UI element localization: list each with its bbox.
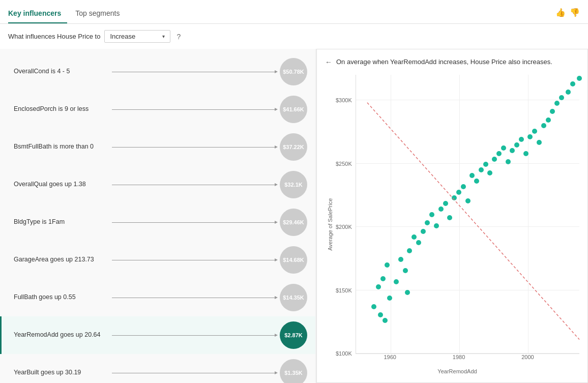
influencer-label: OverallQual goes up 1.38 bbox=[14, 180, 108, 189]
influencer-line bbox=[112, 147, 276, 148]
influencer-row-overallqual[interactable]: OverallQual goes up 1.38$32.1K bbox=[0, 166, 315, 203]
influencers-list: OverallCond is 4 - 5$50.78KEnclosedPorch… bbox=[0, 49, 315, 383]
influencer-row-bldgtype[interactable]: BldgType is 1Fam$29.46K bbox=[0, 203, 315, 241]
chart-header: ← On average when YearRemodAdd increases… bbox=[325, 57, 579, 67]
influencer-line bbox=[112, 335, 276, 336]
detail-chart: ← On average when YearRemodAdd increases… bbox=[316, 49, 588, 383]
influencer-bubble: $1.35K bbox=[280, 359, 307, 383]
influencer-line bbox=[112, 373, 276, 373]
tab-top-segments[interactable]: Top segments bbox=[75, 5, 126, 23]
influencer-row-bsmtfullbath[interactable]: BsmtFullBath is more than 0$37.22K bbox=[0, 128, 315, 166]
tab-key-influencers[interactable]: Key influencers bbox=[8, 5, 67, 23]
influencer-line bbox=[112, 298, 276, 298]
toolbar: What influences House Price to Increase … bbox=[0, 24, 588, 49]
y-axis-tick: $300K bbox=[336, 97, 352, 103]
tab-icons: 👍 👎 bbox=[555, 8, 580, 21]
y-axis-tick: $250K bbox=[336, 161, 352, 167]
influencer-line bbox=[112, 109, 276, 110]
thumbs-down-icon[interactable]: 👎 bbox=[570, 8, 580, 17]
influencer-bubble: $50.78K bbox=[280, 58, 307, 85]
influencer-label: YearRemodAdd goes up 20.64 bbox=[14, 331, 108, 340]
influencer-label: GarageArea goes up 213.73 bbox=[14, 255, 108, 264]
influencer-bubble: $41.66K bbox=[280, 96, 307, 123]
influencer-row-yearbuilt[interactable]: YearBuilt goes up 30.19$1.35K bbox=[0, 354, 315, 383]
influencer-row-fullbath[interactable]: FullBath goes up 0.55$14.35K bbox=[0, 279, 315, 316]
help-icon[interactable]: ? bbox=[177, 33, 181, 41]
influencer-bubble: $14.35K bbox=[280, 284, 307, 311]
influencer-bubble: $29.46K bbox=[280, 209, 307, 236]
x-axis-label: YearRemodAdd bbox=[335, 368, 579, 374]
influencer-line bbox=[112, 72, 276, 72]
chart-area: Average of SalePrice $300K$250K$200K$150… bbox=[325, 75, 579, 374]
influencer-bubble: $14.68K bbox=[280, 246, 307, 274]
x-axis-tick: 1980 bbox=[453, 354, 465, 360]
influencer-label: OverallCond is 4 - 5 bbox=[14, 67, 108, 76]
chart-inner: $300K$250K$200K$150K$100K 196019802000 Y… bbox=[335, 75, 579, 374]
influencer-label: YearBuilt goes up 30.19 bbox=[14, 368, 108, 377]
toolbar-prefix: What influences House Price to bbox=[8, 33, 100, 40]
influencer-line bbox=[112, 185, 276, 185]
influencer-bubble: $2.87K bbox=[280, 321, 307, 349]
influencer-label: BldgType is 1Fam bbox=[14, 218, 108, 227]
influencer-row-garagearea[interactable]: GarageArea goes up 213.73$14.68K bbox=[0, 241, 315, 279]
chart-plot: $300K$250K$200K$150K$100K bbox=[356, 75, 579, 354]
trend-line-svg bbox=[356, 75, 579, 353]
dropdown-value: Increase bbox=[110, 33, 135, 40]
influencer-bubble: $32.1K bbox=[280, 171, 307, 198]
influence-dropdown[interactable]: Increase ▾ bbox=[104, 30, 170, 43]
influencer-line bbox=[112, 260, 276, 260]
chart-description: On average when YearRemodAdd increases, … bbox=[336, 57, 579, 67]
thumbs-up-icon[interactable]: 👍 bbox=[555, 8, 566, 17]
x-axis-tick: 1960 bbox=[384, 354, 396, 360]
svg-line-0 bbox=[367, 103, 579, 340]
influencer-row-yearremodadd[interactable]: YearRemodAdd goes up 20.64$2.87K bbox=[0, 316, 315, 354]
main-content: OverallCond is 4 - 5$50.78KEnclosedPorch… bbox=[0, 49, 588, 383]
tab-bar: Key influencers Top segments 👍 👎 bbox=[0, 0, 588, 24]
x-axis: 196019802000 bbox=[356, 354, 579, 366]
y-axis-tick: $100K bbox=[336, 350, 352, 357]
influencer-bubble: $37.22K bbox=[280, 133, 307, 161]
x-axis-tick: 2000 bbox=[521, 354, 534, 360]
influencer-line bbox=[112, 222, 276, 223]
y-axis-label: Average of SalePrice bbox=[325, 75, 333, 374]
y-axis-tick: $200K bbox=[336, 224, 352, 230]
back-arrow-icon[interactable]: ← bbox=[325, 58, 332, 66]
y-axis-tick: $150K bbox=[336, 287, 352, 293]
influencer-label: EnclosedPorch is 9 or less bbox=[14, 105, 108, 114]
influencer-row-overallcond[interactable]: OverallCond is 4 - 5$50.78K bbox=[0, 53, 315, 91]
influencer-row-enclosedporch[interactable]: EnclosedPorch is 9 or less$41.66K bbox=[0, 91, 315, 128]
influencer-label: FullBath goes up 0.55 bbox=[14, 293, 108, 302]
influencer-label: BsmtFullBath is more than 0 bbox=[14, 142, 108, 152]
chevron-down-icon: ▾ bbox=[162, 34, 165, 39]
